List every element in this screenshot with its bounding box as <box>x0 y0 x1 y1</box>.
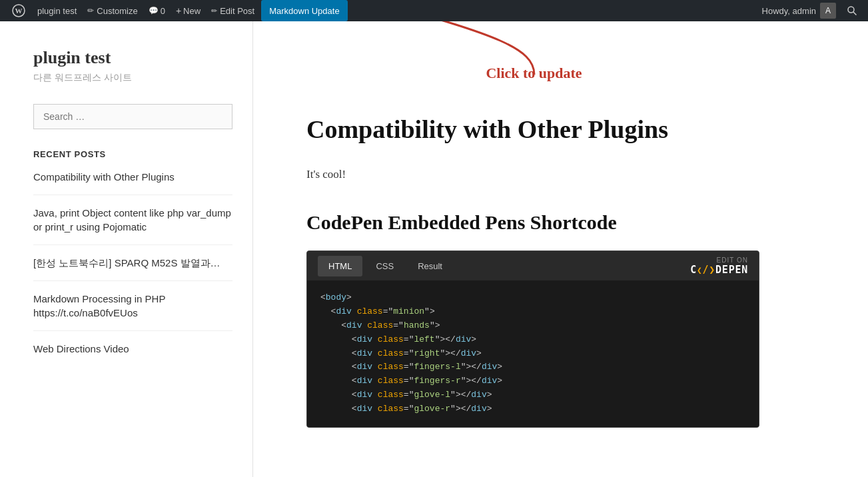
codepen-tab-css[interactable]: CSS <box>365 256 404 276</box>
site-title-admin[interactable]: plugin test <box>32 0 82 21</box>
list-item: Markdown Processing in PHP https://t.co/… <box>33 292 232 331</box>
annotation-overlay: Click to update <box>481 21 588 81</box>
search-box <box>33 104 232 129</box>
post-link-3[interactable]: [한성 노트북수리] SPARQ M52S 발열과… <box>33 257 220 268</box>
code-line-5: <div class="right"></div> <box>320 347 745 361</box>
avatar: A <box>820 3 836 19</box>
edit-post-link[interactable]: ✏ Edit Post <box>206 0 260 21</box>
svg-line-3 <box>853 12 857 15</box>
code-line-9: <div class="glove-r"></div> <box>320 402 745 416</box>
code-line-8: <div class="glove-l"></div> <box>320 388 745 402</box>
list-item: Compatibility with Other Plugins <box>33 170 232 195</box>
post-link-1[interactable]: Compatibility with Other Plugins <box>33 171 175 183</box>
recent-posts-list: Compatibility with Other Plugins Java, p… <box>33 170 232 366</box>
svg-text:W: W <box>15 7 23 15</box>
howdy-admin[interactable]: Howdy, admin A <box>757 0 841 21</box>
svg-point-2 <box>848 7 854 13</box>
post-body: It's cool! <box>306 165 815 185</box>
codepen-embed: HTML CSS Result EDIT ON C❮/❯DEPEN <body> <box>306 250 759 428</box>
page-wrapper: plugin test 다른 워드프레스 사이트 RECENT POSTS Co… <box>0 21 868 477</box>
wp-logo[interactable]: W <box>5 0 32 21</box>
code-line-1: <body> <box>320 291 745 305</box>
codepen-tab-result[interactable]: Result <box>407 256 453 276</box>
list-item: [한성 노트북수리] SPARQ M52S 발열과… <box>33 256 232 281</box>
comments-link[interactable]: 💬 0 <box>143 0 171 21</box>
list-item: Web Directions Video <box>33 342 232 366</box>
arrow-svg <box>481 21 588 81</box>
main-content: Click to update Compatibility with Other… <box>253 21 868 477</box>
recent-posts-section: RECENT POSTS Compatibility with Other Pl… <box>33 149 232 366</box>
codepen-code: <body> <div class="minion"> <div class="… <box>307 280 759 427</box>
admin-bar-right: Howdy, admin A <box>757 0 863 21</box>
search-admin-icon[interactable] <box>841 0 863 21</box>
codepen-header: HTML CSS Result EDIT ON C❮/❯DEPEN <box>307 251 759 280</box>
new-link[interactable]: + New <box>171 0 206 21</box>
sidebar: plugin test 다른 워드프레스 사이트 RECENT POSTS Co… <box>0 21 253 477</box>
search-input[interactable] <box>33 104 232 129</box>
post-title: Compatibility with Other Plugins <box>306 115 815 145</box>
post-link-2[interactable]: Java, print Object content like php var_… <box>33 207 231 233</box>
codepen-tab-html[interactable]: HTML <box>318 256 362 276</box>
recent-posts-title: RECENT POSTS <box>33 149 232 159</box>
post-link-4[interactable]: Markdown Processing in PHP https://t.co/… <box>33 293 165 318</box>
code-line-4: <div class="left"></div> <box>320 333 745 347</box>
codepen-edit-on[interactable]: EDIT ON C❮/❯DEPEN <box>690 256 748 276</box>
post-link-5[interactable]: Web Directions Video <box>33 343 129 354</box>
admin-bar: W plugin test ✏ Customize 💬 0 + New ✏ Ed… <box>0 0 868 21</box>
site-subtitle: 다른 워드프레스 사이트 <box>33 72 232 84</box>
code-line-7: <div class="fingers-r"></div> <box>320 374 745 388</box>
codepen-section-heading: CodePen Embedded Pens Shortcode <box>306 211 815 235</box>
codepen-logo: C❮/❯DEPEN <box>690 264 748 276</box>
code-line-2: <div class="minion"> <box>320 305 745 319</box>
customize-link[interactable]: ✏ Customize <box>82 0 143 21</box>
code-line-3: <div class="hands"> <box>320 319 745 333</box>
click-to-update-label: Click to update <box>486 65 582 82</box>
list-item: Java, print Object content like php var_… <box>33 206 232 245</box>
markdown-update-button[interactable]: Markdown Update <box>261 0 348 21</box>
code-line-6: <div class="fingers-l"></div> <box>320 360 745 374</box>
site-title[interactable]: plugin test <box>33 48 232 68</box>
